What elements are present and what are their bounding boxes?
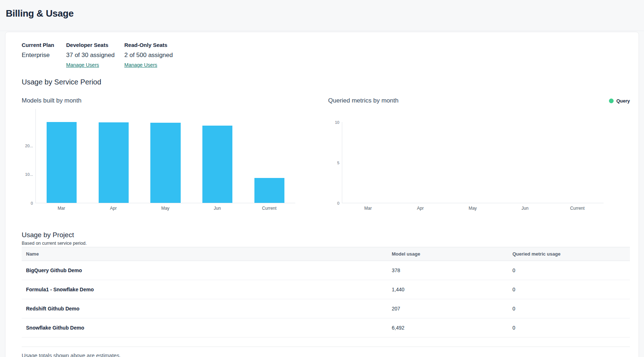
model-usage-value: 6,492 [392,318,512,338]
bar-apr [99,122,129,203]
project-name: Snowflake Github Demo [22,318,392,338]
y-tick-label: 5 [337,161,339,165]
plan-summary: Current Plan Enterprise Developer Seats … [22,42,630,68]
developer-seats-column: Developer Seats 37 of 30 assigned Manage… [66,42,124,68]
queried-metrics-chart: Queried metrics by month Query 0510 MarA… [328,97,630,211]
column-header-queried-metric-usage: Queried metric usage [512,247,630,261]
model-usage-value: 207 [392,299,512,318]
project-name: BigQuery Github Demo [22,261,392,280]
x-axis-label: Apr [394,206,447,211]
model-usage-value: 1,440 [392,280,512,299]
table-row: Formula1 - Snowflake Demo 1,440 0 [22,280,630,299]
bar-may [150,123,180,203]
readonly-seats-value: 2 of 500 assigned [124,52,173,59]
legend-label: Query [616,98,630,104]
bar-mar [47,122,77,203]
y-tick-label: 0 [337,201,339,205]
table-row: Redshift Github Demo 207 0 [22,299,630,318]
usage-by-project-subtitle: Based on current service period. [22,241,630,246]
x-axis-labels: MarAprMayJunCurrent [35,206,295,211]
x-axis-label: Current [551,206,604,211]
readonly-manage-users-link[interactable]: Manage Users [124,62,157,68]
x-axis-label: Jun [499,206,551,211]
page-title: Billing & Usage [6,8,638,19]
page-header: Billing & Usage [0,0,644,31]
legend-dot-icon [609,99,614,103]
plot-area [35,109,295,203]
developer-manage-users-link[interactable]: Manage Users [66,62,99,68]
current-plan-column: Current Plan Enterprise [22,42,66,68]
readonly-seats-column: Read-Only Seats 2 of 500 assigned Manage… [124,42,173,68]
models-built-chart-body: 010...20... MarAprMayJunCurrent [22,109,295,211]
current-plan-label: Current Plan [22,42,66,48]
column-header-model-usage: Model usage [392,247,512,261]
queried-metric-usage-value: 0 [512,318,630,338]
plot-row: 010...20... [22,109,295,203]
queried-metrics-chart-body: 0510 MarAprMayJunCurrent [328,122,604,211]
x-axis-labels: MarAprMayJunCurrent [342,206,604,211]
y-tick-label: 0 [31,201,33,205]
queried-metrics-chart-title: Queried metrics by month [328,97,399,104]
y-axis: 0510 [328,122,342,203]
x-axis-label: Mar [35,206,87,211]
readonly-seats-label: Read-Only Seats [124,42,173,48]
current-plan-value: Enterprise [22,52,66,59]
plot-row: 0510 [328,122,604,203]
model-usage-value: 378 [392,261,512,280]
models-built-chart: Models built by month 010...20... MarApr… [22,97,295,211]
x-axis-label: May [139,206,192,211]
queried-metric-usage-value: 0 [512,280,630,299]
developer-seats-label: Developer Seats [66,42,124,48]
project-name: Redshift Github Demo [22,299,392,318]
developer-seats-value: 37 of 30 assigned [66,52,124,59]
plot-area [342,122,604,203]
queried-metric-usage-value: 0 [512,299,630,318]
x-axis-label: Apr [87,206,139,211]
x-axis-label: Current [243,206,295,211]
models-built-chart-header: Models built by month [22,97,295,105]
chart-legend: Query [609,98,630,104]
x-axis-label: May [447,206,499,211]
table-header-row: Name Model usage Queried metric usage [22,247,630,261]
queried-metrics-chart-header: Queried metrics by month Query [328,97,630,105]
billing-card: Current Plan Enterprise Developer Seats … [5,32,639,357]
models-built-chart-title: Models built by month [22,97,81,104]
table-row: Snowflake Github Demo 6,492 0 [22,318,630,338]
y-axis: 010...20... [22,109,35,203]
y-tick-label: 10 [335,120,339,125]
project-name: Formula1 - Snowflake Demo [22,280,392,299]
usage-by-project-table: Name Model usage Queried metric usage Bi… [22,247,630,338]
usage-by-project-title: Usage by Project [22,231,630,239]
usage-estimates-note: Usage totals shown above are estimates. [22,352,630,357]
y-tick-label: 20... [25,144,33,148]
column-header-name: Name [22,247,392,261]
charts-row: Models built by month 010...20... MarApr… [22,97,630,211]
table-footer-divider [22,338,630,347]
usage-by-service-period-title: Usage by Service Period [22,78,630,86]
table-row: BigQuery Github Demo 378 0 [22,261,630,280]
bar-current [254,178,284,203]
x-axis-label: Jun [191,206,243,211]
bar-jun [202,126,232,203]
x-axis-label: Mar [342,206,394,211]
queried-metric-usage-value: 0 [512,261,630,280]
y-tick-label: 10... [25,172,33,177]
